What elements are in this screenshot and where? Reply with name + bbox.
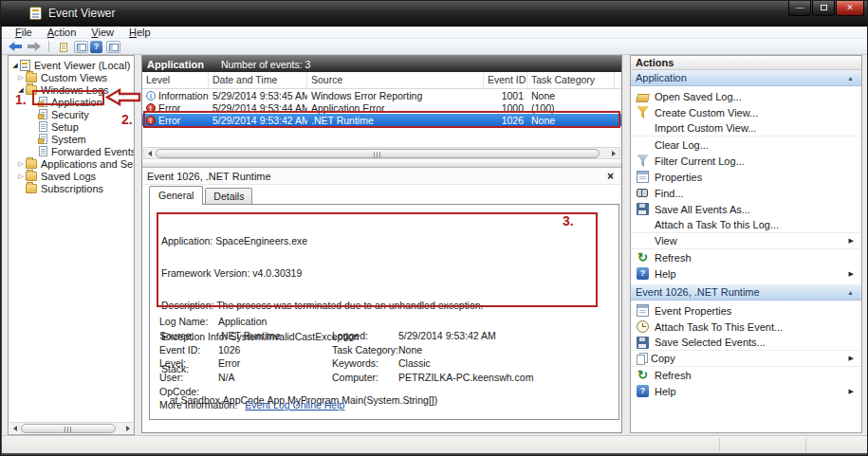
column-source[interactable]: Source <box>307 72 484 88</box>
tree-item-system[interactable]: System <box>37 133 86 145</box>
tree-horizontal-scrollbar[interactable] <box>9 422 134 433</box>
action-create-custom-view[interactable]: Create Custom View... <box>631 104 861 120</box>
actions-section-application[interactable]: Application ▲ <box>631 70 861 86</box>
tree-item-forwarded-events[interactable]: Forwarded Events <box>37 145 135 157</box>
field-label: More Information: <box>159 399 237 410</box>
maximize-button[interactable] <box>812 1 835 16</box>
menu-help[interactable]: Help <box>121 27 158 38</box>
scrollbar-thumb[interactable] <box>156 149 600 158</box>
action-attach-task-to-event[interactable]: Attach Task To This Event... <box>631 319 861 335</box>
minimize-button[interactable]: — <box>788 1 811 16</box>
tab-general[interactable]: General <box>149 186 203 205</box>
panel-splitter[interactable] <box>142 160 621 168</box>
action-label: View <box>655 235 677 246</box>
event-log-icon <box>39 109 47 119</box>
tree-item-saved-logs[interactable]: ▷ Saved Logs <box>16 170 96 182</box>
submenu-arrow-icon: ▶ <box>849 237 854 245</box>
tree-item-application[interactable]: Application <box>37 96 102 108</box>
event-row-selected[interactable]: !Error 5/29/2014 9:53:42 AM .NET Runtime… <box>142 114 621 126</box>
action-refresh[interactable]: ↻ Refresh <box>631 249 861 265</box>
column-task-category[interactable]: Task Category <box>527 72 615 88</box>
tree-item-security[interactable]: Security <box>37 108 89 120</box>
close-button[interactable]: ✕ <box>836 1 864 16</box>
tree-item-setup[interactable]: Setup <box>37 120 79 133</box>
field-label: Event ID: <box>159 344 218 356</box>
help-icon[interactable]: ? <box>90 41 102 53</box>
forward-icon[interactable] <box>28 42 41 51</box>
action-filter-current-log[interactable]: Filter Current Log... <box>631 153 861 169</box>
scroll-right-icon[interactable] <box>123 424 133 433</box>
field-label: Log Name: <box>159 316 218 327</box>
scroll-right-icon[interactable] <box>609 149 619 158</box>
tree-item-root[interactable]: ◢ Event Viewer (Local) <box>10 59 130 71</box>
tree-item-subscriptions[interactable]: Subscriptions <box>16 182 103 194</box>
action-properties[interactable]: Properties <box>631 169 861 185</box>
chevron-collapsed-icon[interactable]: ▷ <box>16 160 26 168</box>
show-console-tree-icon[interactable] <box>74 41 88 53</box>
event-row[interactable]: !Error 5/29/2014 9:53:44 AM Application … <box>142 101 621 114</box>
tree-item-custom-views[interactable]: ▷ Custom Views <box>16 71 107 83</box>
action-save-all-events-as[interactable]: Save All Events As... <box>631 201 861 217</box>
tree-item-applications-services[interactable]: ▷ Applications and Services Lo <box>16 157 135 170</box>
menu-file[interactable]: File <box>8 27 40 38</box>
event-log-online-help-link[interactable]: Event Log Online Help <box>245 399 344 410</box>
action-clear-log[interactable]: Clear Log... <box>631 137 861 153</box>
action-help[interactable]: ? Help ▶ <box>631 265 861 282</box>
list-horizontal-scrollbar[interactable] <box>143 147 620 159</box>
action-label: Refresh <box>655 370 692 381</box>
action-label: Clear Log... <box>655 139 709 151</box>
chevron-collapsed-icon[interactable]: ▷ <box>16 173 26 180</box>
action-import-custom-view[interactable]: Import Custom View... <box>631 120 861 137</box>
tree-item-windows-logs[interactable]: ◢ Windows Logs <box>16 83 109 96</box>
field-value: Classic <box>398 357 431 369</box>
field-label: Logged: <box>332 330 398 341</box>
action-save-selected-events[interactable]: Save Selected Events... <box>631 335 861 351</box>
event-log-icon <box>39 146 47 156</box>
scrollbar-thumb[interactable] <box>21 424 116 433</box>
show-action-pane-icon[interactable] <box>106 41 120 53</box>
menu-view[interactable]: View <box>83 27 121 38</box>
field-label: Source: <box>159 330 218 341</box>
open-saved-log-icon[interactable] <box>56 41 70 53</box>
action-view[interactable]: View ▶ <box>631 233 861 249</box>
properties-icon <box>637 304 649 317</box>
back-icon[interactable] <box>9 42 22 51</box>
event-row[interactable]: iInformation 5/29/2014 9:53:45 AM Window… <box>142 89 621 101</box>
chevron-collapsed-icon[interactable]: ▷ <box>16 74 26 82</box>
chevron-expanded-icon[interactable]: ◢ <box>10 62 20 69</box>
scroll-left-icon[interactable] <box>145 149 155 158</box>
section-header-label: Application <box>636 72 687 83</box>
action-label: Properties <box>655 172 702 183</box>
column-date-time[interactable]: Date and Time <box>209 72 307 88</box>
action-attach-task-to-log[interactable]: Attach a Task To this Log... <box>631 217 861 233</box>
annotation-arrow-left-icon <box>105 88 141 106</box>
field-value: .NET Runtime <box>218 330 332 341</box>
event-viewer-window: Event Viewer — ✕ File Action View Help ?… <box>0 0 868 456</box>
action-label: Create Custom View... <box>655 107 758 119</box>
no-icon <box>637 219 649 231</box>
action-label: Attach a Task To this Log... <box>655 219 779 230</box>
collapse-icon[interactable]: ▲ <box>847 289 854 296</box>
actions-section-event[interactable]: Event 1026, .NET Runtime ▲ <box>631 284 861 301</box>
action-event-properties[interactable]: Event Properties <box>631 302 861 319</box>
close-detail-icon[interactable]: × <box>607 170 614 183</box>
action-copy[interactable]: Copy ▶ <box>631 351 861 367</box>
toolbar: ? <box>2 39 868 55</box>
tab-details[interactable]: Details <box>205 188 252 205</box>
scroll-left-icon[interactable] <box>10 424 20 433</box>
event-source: Application Error <box>307 102 484 114</box>
event-count: Number of events: 3 <box>221 59 311 70</box>
column-level[interactable]: Level <box>142 72 209 88</box>
action-refresh-event[interactable]: ↻ Refresh <box>631 367 861 383</box>
refresh-icon: ↻ <box>637 369 649 381</box>
collapse-icon[interactable]: ▲ <box>847 75 854 82</box>
event-task-category: (100) <box>527 102 615 114</box>
action-find[interactable]: Find... <box>631 185 861 201</box>
title-bar[interactable]: Event Viewer — ✕ <box>1 1 868 27</box>
event-log-icon <box>39 134 47 144</box>
action-open-saved-log[interactable]: Open Saved Log... <box>631 88 861 104</box>
column-event-id[interactable]: Event ID <box>484 72 527 88</box>
menu-action[interactable]: Action <box>40 27 84 38</box>
action-help-event[interactable]: ? Help ▶ <box>631 383 861 399</box>
event-task-category: None <box>527 90 615 101</box>
